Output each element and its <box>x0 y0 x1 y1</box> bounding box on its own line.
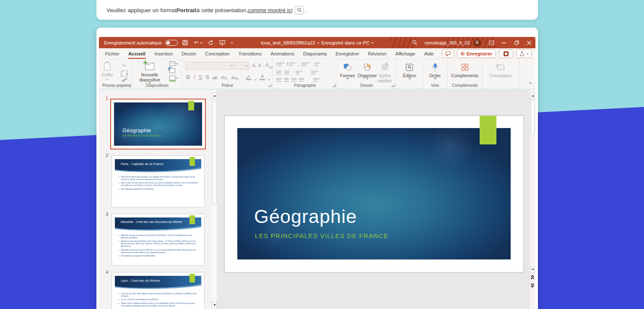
thumb-scrollbar-thumb[interactable] <box>213 100 216 205</box>
tab-animations[interactable]: Animations <box>266 48 299 59</box>
text-shadow-button[interactable]: S <box>205 74 209 80</box>
previous-slide-button[interactable] <box>531 275 535 280</box>
bold-button[interactable]: G <box>186 74 190 80</box>
zoom-preview-button[interactable] <box>295 6 304 14</box>
addins-button[interactable]: Compléments <box>447 60 482 78</box>
slide2-title-banner: Paris - Capitale de la France <box>115 159 201 173</box>
save-button[interactable] <box>181 37 189 48</box>
tab-aide[interactable]: Aide <box>420 48 438 59</box>
canvas-scrollbar-thumb[interactable] <box>531 100 535 134</box>
slide-subtitle-text[interactable]: LES PRINCIPALES VILLES DE FRANCE <box>255 232 388 239</box>
edition-button[interactable]: Édition <box>396 60 423 79</box>
tab-transitions[interactable]: Transitions <box>234 48 266 59</box>
shapes-button[interactable]: Formes <box>340 60 355 79</box>
minimize-button[interactable] <box>498 37 510 48</box>
grow-font-button[interactable]: Aˆ <box>252 63 257 68</box>
dessin-dialog-launcher[interactable] <box>392 84 395 87</box>
underline-button[interactable]: S <box>199 74 202 80</box>
present-in-teams-button[interactable] <box>499 49 513 58</box>
police-dialog-launcher[interactable] <box>268 84 271 87</box>
bullets-list-button[interactable] <box>276 63 284 67</box>
shrink-font-button[interactable]: Aˇ <box>258 63 262 68</box>
layout-button[interactable] <box>169 61 178 66</box>
highlight-button[interactable] <box>246 75 251 80</box>
reset-icon <box>169 68 175 73</box>
powerpoint-card: Enregistrement automatique tosa_test_680… <box>96 28 538 309</box>
italic-button[interactable]: I <box>194 74 195 80</box>
canvas-scroll-up-button[interactable] <box>530 92 535 99</box>
restore-button[interactable] <box>510 37 523 48</box>
tab-insertion[interactable]: Insertion <box>150 48 177 59</box>
tab-conception[interactable]: Conception <box>201 48 234 59</box>
align-text-button[interactable] <box>311 71 318 75</box>
clipboard-dialog-launcher[interactable] <box>128 84 131 87</box>
font-size-combo[interactable] <box>236 62 249 70</box>
thumb-scroll-down-button[interactable] <box>212 302 217 308</box>
clear-formatting-button[interactable]: A⌫ <box>265 62 273 69</box>
tab-dessin[interactable]: Dessin <box>177 48 201 59</box>
search-icon[interactable] <box>411 37 419 48</box>
arrange-button[interactable]: Organiser <box>358 60 377 79</box>
share-button[interactable] <box>516 49 532 58</box>
justify-button[interactable] <box>299 78 304 82</box>
undo-button[interactable] <box>192 37 203 48</box>
designer-button[interactable]: Concepteur <box>483 60 519 78</box>
dictate-button[interactable]: Dicter <box>423 60 447 79</box>
tab-diaporama[interactable]: Diaporama <box>299 48 331 59</box>
tab-revision[interactable]: Révision <box>364 48 391 59</box>
group-paragraphe: Paragraphe <box>273 59 338 89</box>
align-center-button[interactable] <box>284 78 289 82</box>
redo-button[interactable] <box>207 37 215 48</box>
columns-button[interactable] <box>296 71 302 75</box>
quick-styles-button[interactable]: Styles rapides <box>378 60 391 83</box>
align-left-button[interactable] <box>276 78 281 82</box>
section-button[interactable] <box>169 76 178 80</box>
smartart-button[interactable] <box>313 78 320 82</box>
text-direction-button[interactable] <box>314 63 320 67</box>
slide-background-image: Géographie LES PRINCIPALES VILLES DE FRA… <box>237 128 511 259</box>
paste-button[interactable]: Coller <box>101 59 113 80</box>
reset-button[interactable] <box>169 68 178 73</box>
ribbon-display-options-button[interactable] <box>485 37 498 48</box>
powerpoint-window: Enregistrement automatique tosa_test_680… <box>99 37 535 309</box>
customize-quick-access-chevron[interactable] <box>230 37 234 48</box>
format-painter-button[interactable] <box>122 79 127 81</box>
avatar[interactable]: R <box>473 39 481 47</box>
comments-button[interactable] <box>442 49 454 58</box>
numbered-list-button[interactable] <box>287 63 295 67</box>
outdent-button[interactable] <box>276 71 281 75</box>
close-button[interactable] <box>523 37 535 48</box>
canvas-scroll-down-button[interactable] <box>530 266 535 272</box>
instruction-link[interactable]: comme montré ici <box>248 7 293 13</box>
font-name-combo[interactable] <box>185 62 235 70</box>
next-slide-button[interactable] <box>531 283 535 288</box>
current-slide[interactable]: Géographie LES PRINCIPALES VILLES DE FRA… <box>224 115 524 272</box>
tab-accueil[interactable]: Accueil <box>124 48 150 59</box>
tab-enregistrer[interactable]: Enregistrer <box>331 48 364 59</box>
slide-title-text[interactable]: Géographie <box>254 206 357 228</box>
cut-button[interactable]: ✂ <box>122 63 126 68</box>
slide-thumbnail-4[interactable]: Lyon - Chef-lieu du Rhône ►Lyon est une … <box>112 272 205 309</box>
change-case-button[interactable]: Aa <box>231 75 238 80</box>
slide-thumbnail-3[interactable]: Marseille - Chef-lieu des Bouches-du-Rhô… <box>112 214 205 266</box>
instruction-prefix: Veuillez appliquer un format <box>106 7 177 13</box>
line-spacing-button[interactable] <box>301 63 309 67</box>
autosave-toggle[interactable] <box>165 40 178 46</box>
record-button[interactable]: Enregistrer <box>457 49 496 58</box>
new-slide-button[interactable]: Nouvelle diapositive <box>136 59 164 83</box>
slide-thumbnail-1[interactable]: Géographie LES PRINCIPALES VILLES DE FRA… <box>110 99 206 149</box>
strikethrough-button[interactable]: ab <box>213 75 218 80</box>
character-spacing-button[interactable]: AV <box>221 76 228 80</box>
tab-affichage[interactable]: Affichage <box>391 48 420 59</box>
paragraphe-dialog-launcher[interactable] <box>333 84 336 87</box>
start-slideshow-button[interactable] <box>218 37 226 48</box>
align-right-button[interactable] <box>291 78 296 82</box>
slide-thumbnail-2[interactable]: Paris - Capitale de la France ►Paris est… <box>112 155 205 207</box>
tab-fichier[interactable]: Fichier <box>101 48 124 59</box>
thumb-scroll-up-button[interactable] <box>212 92 217 99</box>
font-color-button[interactable]: A <box>260 73 265 80</box>
collapse-ribbon-button[interactable] <box>530 79 531 86</box>
copy-button[interactable] <box>121 71 127 76</box>
content-area: 1 Géographie LES PRINCIPALES VILLES DE F… <box>99 90 535 309</box>
indent-button[interactable] <box>284 71 289 75</box>
